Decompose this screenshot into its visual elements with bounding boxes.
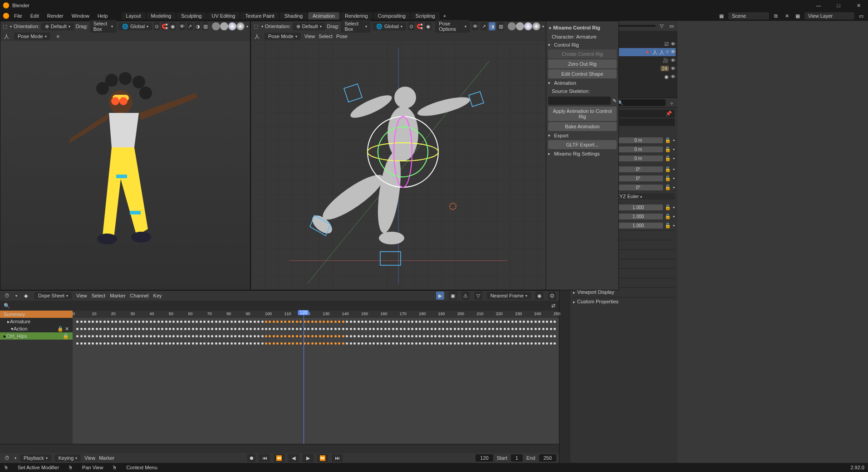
keyframe[interactable] [127, 321, 129, 323]
keyframe[interactable] [423, 335, 425, 337]
keyframe[interactable] [311, 321, 314, 323]
keyframe[interactable] [373, 342, 375, 345]
menu-render[interactable]: Render [44, 12, 67, 19]
keyframe[interactable] [338, 321, 340, 323]
keyframe[interactable] [296, 342, 298, 345]
keyframe[interactable] [84, 328, 86, 330]
keyframe[interactable] [469, 335, 471, 337]
scene-browse-icon[interactable]: ▦ [717, 12, 726, 20]
keyframe[interactable] [538, 342, 540, 345]
keyframe[interactable] [377, 328, 379, 330]
keyframe[interactable] [342, 328, 344, 330]
keyframe[interactable] [353, 321, 356, 323]
keyframe[interactable] [538, 321, 540, 323]
keyframe[interactable] [196, 335, 198, 337]
keyframe[interactable] [384, 342, 387, 345]
keyframe[interactable] [269, 335, 271, 337]
keyframe[interactable] [388, 335, 390, 337]
keyframe[interactable] [177, 321, 179, 323]
scene-name-field[interactable]: Scene [728, 12, 769, 19]
rotation-y-field[interactable]: 0° [613, 175, 663, 181]
keyframe[interactable] [438, 321, 441, 323]
keyframe[interactable] [519, 342, 521, 345]
keyframe[interactable] [242, 335, 244, 337]
keyframe[interactable] [542, 321, 544, 323]
keyframe[interactable] [511, 321, 514, 323]
keyframe[interactable] [384, 328, 387, 330]
keyframe[interactable] [180, 335, 182, 337]
keyframe[interactable] [234, 342, 236, 345]
keyframe[interactable] [207, 335, 210, 337]
keyframe[interactable] [384, 335, 387, 337]
disclosure-icon[interactable]: ▾ [549, 26, 551, 30]
keyframe[interactable] [134, 328, 137, 330]
lock-icon[interactable]: 🔓 [665, 146, 671, 152]
keyframe[interactable] [150, 342, 152, 345]
keyframe[interactable] [111, 321, 113, 323]
section-custom-properties[interactable]: Custom Properties [577, 299, 618, 304]
keyframe[interactable] [465, 335, 467, 337]
keyframe[interactable] [481, 342, 483, 345]
keyframe[interactable] [284, 321, 286, 323]
shading-dropdown-icon[interactable]: ▾ [246, 24, 248, 29]
keyframe[interactable] [346, 342, 348, 345]
keyframe[interactable] [172, 328, 175, 330]
keyframe[interactable] [200, 328, 202, 330]
keyframe[interactable] [484, 335, 486, 337]
end-frame-field[interactable]: 250 [539, 454, 556, 462]
keyframe[interactable] [442, 321, 444, 323]
keyframe[interactable] [550, 335, 552, 337]
keyframe[interactable] [80, 328, 83, 330]
keyframe[interactable] [330, 321, 333, 323]
keyframe[interactable] [523, 321, 525, 323]
keyframe[interactable] [423, 342, 425, 345]
keyframe[interactable] [419, 342, 421, 345]
scale-x-field[interactable]: 1.000 [613, 204, 663, 210]
keyframe[interactable] [400, 328, 402, 330]
keyframe[interactable] [288, 328, 290, 330]
shading-matprev-icon[interactable] [228, 22, 236, 30]
keyframe[interactable] [488, 321, 490, 323]
keyframe[interactable] [226, 321, 229, 323]
keyframe[interactable] [254, 335, 256, 337]
keyframe[interactable] [319, 335, 321, 337]
keyframe-prev-icon[interactable]: ⏪ [274, 454, 284, 462]
keyframe[interactable] [99, 328, 102, 330]
toggle-visibility-icon[interactable]: 👁 [179, 22, 185, 30]
tab-modeling[interactable]: Modeling [147, 12, 176, 19]
keyframe[interactable] [273, 321, 275, 323]
keyframe[interactable] [523, 328, 525, 330]
keyframe[interactable] [535, 328, 537, 330]
keyframe[interactable] [203, 335, 206, 337]
search-icon[interactable]: 🔍 [4, 303, 10, 309]
keyframe[interactable] [419, 321, 421, 323]
keyframe[interactable] [299, 342, 302, 345]
scale-y-field[interactable]: 1.000 [613, 214, 663, 219]
keyframe[interactable] [427, 321, 429, 323]
keyframe[interactable] [473, 335, 475, 337]
keyframe[interactable] [292, 335, 294, 337]
keyframe[interactable] [84, 335, 86, 337]
channel-summary[interactable]: Summary [0, 311, 73, 318]
filter-icon[interactable]: ▽ [474, 292, 482, 300]
keyframe[interactable] [442, 328, 444, 330]
scene-copy-icon[interactable]: ⧉ [772, 12, 780, 20]
editor-type-icon[interactable]: ⏱ [3, 292, 11, 300]
editor-type-icon[interactable]: ⬚ [253, 22, 260, 30]
shading-wire-icon[interactable] [212, 22, 220, 30]
keyframe[interactable] [273, 342, 275, 345]
keyframe[interactable] [103, 335, 106, 337]
keyframe[interactable] [230, 321, 233, 323]
keyframe[interactable] [319, 321, 321, 323]
keyframe[interactable] [192, 328, 194, 330]
keyframe[interactable] [138, 321, 140, 323]
keyframe[interactable] [442, 342, 444, 345]
keyframe[interactable] [434, 321, 436, 323]
keyframe[interactable] [515, 321, 517, 323]
keyframe[interactable] [111, 328, 113, 330]
keyframe[interactable] [280, 321, 283, 323]
keyframe[interactable] [134, 335, 137, 337]
keyframe[interactable] [431, 321, 433, 323]
keyframe[interactable] [76, 342, 78, 345]
keyframe[interactable] [203, 342, 206, 345]
